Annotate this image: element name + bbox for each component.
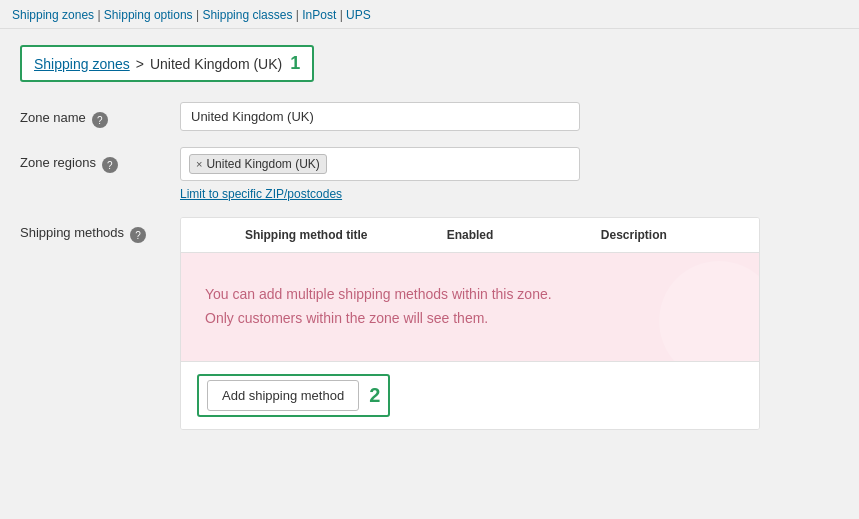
zone-name-row: Zone name ?	[20, 102, 839, 131]
zone-name-input[interactable]	[180, 102, 580, 131]
shipping-methods-table: Shipping method title Enabled Descriptio…	[180, 217, 760, 430]
breadcrumb-link[interactable]: Shipping zones	[34, 56, 130, 72]
zone-name-help-icon[interactable]: ?	[92, 112, 108, 128]
add-shipping-method-button[interactable]: Add shipping method	[207, 380, 359, 411]
zone-regions-row: Zone regions ? × United Kingdom (UK) Lim…	[20, 147, 839, 201]
nav-ups[interactable]: UPS	[346, 8, 371, 22]
col-header-description: Description	[525, 228, 743, 242]
methods-empty-state: You can add multiple shipping methods wi…	[181, 253, 759, 361]
zone-name-label: Zone name ?	[20, 102, 180, 128]
methods-header: Shipping method title Enabled Descriptio…	[181, 218, 759, 253]
shipping-methods-help-icon[interactable]: ?	[130, 227, 146, 243]
top-nav: Shipping zones | Shipping options | Ship…	[0, 0, 859, 29]
zone-regions-label: Zone regions ?	[20, 147, 180, 173]
shipping-methods-row: Shipping methods ? Shipping method title…	[20, 217, 839, 430]
page-content: Shipping zones > United Kingdom (UK) 1 Z…	[0, 29, 859, 462]
zone-name-field	[180, 102, 839, 131]
remove-tag-uk-icon[interactable]: ×	[196, 159, 202, 170]
breadcrumb-step: 1	[290, 53, 300, 74]
zone-regions-help-icon[interactable]: ?	[102, 157, 118, 173]
empty-msg-line2: Only customers within the zone will see …	[205, 307, 735, 331]
breadcrumb-current: United Kingdom (UK)	[150, 56, 282, 72]
nav-inpost[interactable]: InPost	[302, 8, 336, 22]
nav-shipping-options[interactable]: Shipping options	[104, 8, 193, 22]
breadcrumb: Shipping zones > United Kingdom (UK) 1	[20, 45, 314, 82]
limit-zip-link[interactable]: Limit to specific ZIP/postcodes	[180, 187, 839, 201]
region-tag-uk: × United Kingdom (UK)	[189, 154, 327, 174]
breadcrumb-separator: >	[136, 56, 144, 72]
col-header-enabled: Enabled	[415, 228, 524, 242]
add-method-wrapper: Add shipping method 2	[197, 374, 390, 417]
nav-shipping-zones[interactable]: Shipping zones	[12, 8, 94, 22]
empty-msg-line1: You can add multiple shipping methods wi…	[205, 283, 735, 307]
add-method-area: Add shipping method 2	[181, 361, 759, 429]
nav-shipping-classes[interactable]: Shipping classes	[202, 8, 292, 22]
add-method-step: 2	[369, 385, 380, 405]
zone-regions-input[interactable]: × United Kingdom (UK)	[180, 147, 580, 181]
zone-regions-field: × United Kingdom (UK) Limit to specific …	[180, 147, 839, 201]
shipping-methods-field: Shipping method title Enabled Descriptio…	[180, 217, 839, 430]
col-header-title: Shipping method title	[197, 228, 415, 242]
shipping-methods-label: Shipping methods ?	[20, 217, 180, 243]
